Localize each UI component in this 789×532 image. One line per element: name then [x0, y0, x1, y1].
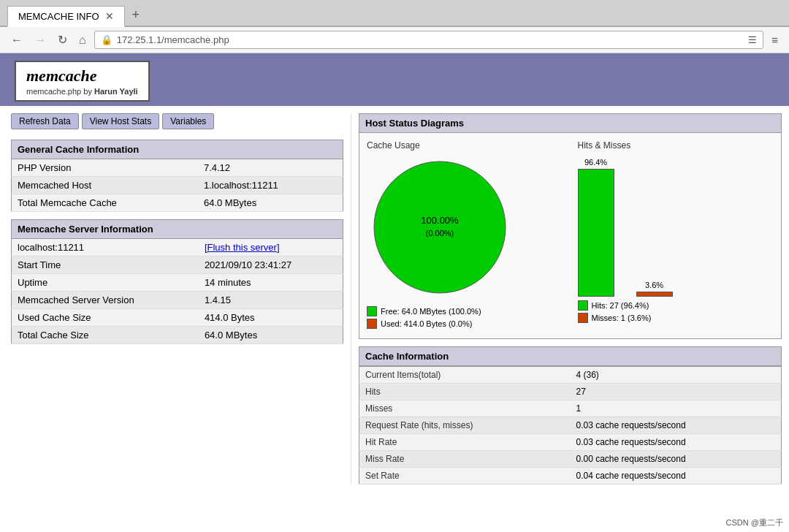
- back-button[interactable]: ←: [7, 32, 26, 48]
- hits-misses-block: Hits & Misses 96.4% 3.6%: [578, 140, 774, 331]
- general-cache-table: General Cache Information PHP Version7.4…: [11, 140, 343, 212]
- hits-legend-color: [578, 300, 588, 311]
- table-row: Misses1: [359, 400, 782, 417]
- reader-icon: ☰: [748, 34, 757, 45]
- free-legend: Free: 64.0 MBytes (100.0%): [367, 306, 481, 316]
- row-label: Set Rate: [359, 468, 571, 484]
- logo-box: memcache memcache.php by Harun Yayli: [15, 61, 150, 102]
- logo-text: memcache: [26, 66, 138, 86]
- refresh-data-button[interactable]: Refresh Data: [11, 113, 79, 129]
- forward-button[interactable]: →: [31, 32, 50, 48]
- hits-legend-text: Hits: 27 (96.4%): [592, 301, 649, 310]
- cache-usage-pie: 100.00% (0.00%): [367, 154, 513, 300]
- row-label: Hit Rate: [359, 434, 571, 451]
- table-row: Memcached Host1.localhost:11211: [12, 177, 343, 194]
- address-bar[interactable]: 🔒 172.25.1.1/memcache.php ☰: [94, 31, 764, 49]
- table-row: PHP Version7.4.12: [12, 159, 343, 177]
- row-label: Memcached Host: [12, 177, 198, 194]
- server-info-table: Memcache Server Information localhost:11…: [11, 219, 343, 344]
- svg-text:(0.00%): (0.00%): [426, 229, 454, 238]
- hits-pct-label: 96.4%: [584, 158, 607, 167]
- row-label: Start Time: [12, 256, 199, 274]
- table-row: Request Rate (hits, misses)0.03 cache re…: [359, 417, 782, 434]
- table-row: Uptime14 minutes: [12, 274, 343, 292]
- row-value: 0.00 cache requests/second: [571, 451, 782, 468]
- reload-button[interactable]: ↻: [54, 31, 71, 48]
- page-header: memcache memcache.php by Harun Yayli: [0, 53, 789, 106]
- button-bar: Refresh Data View Host Stats Variables: [11, 113, 343, 129]
- home-button[interactable]: ⌂: [75, 32, 90, 48]
- misses-legend-text: Misses: 1 (3.6%): [592, 314, 652, 322]
- active-tab[interactable]: MEMCACHE INFO ✕: [7, 6, 125, 27]
- secure-icon: 🔒: [101, 34, 113, 45]
- row-value: 4 (36): [571, 367, 782, 384]
- tab-close-button[interactable]: ✕: [105, 10, 114, 22]
- left-panel: Refresh Data View Host Stats Variables G…: [0, 113, 351, 484]
- row-value: 414.0 Bytes: [199, 309, 343, 327]
- svg-text:100.00%: 100.00%: [421, 215, 459, 226]
- server-name: localhost:11211: [12, 239, 199, 256]
- row-value: 1.4.15: [199, 292, 343, 309]
- misses-bar-col: 3.6%: [636, 281, 673, 297]
- misses-bar: [636, 292, 673, 297]
- row-label: PHP Version: [12, 159, 198, 177]
- misses-bar-legend: Misses: 1 (3.6%): [578, 313, 652, 323]
- row-label: Request Rate (hits, misses): [359, 417, 571, 434]
- row-label: Total Memcache Cache: [12, 194, 198, 212]
- bar-chart-area: 96.4% 3.6%: [578, 154, 673, 300]
- table-row: Memcached Server Version1.4.15: [12, 292, 343, 309]
- hits-bar: [578, 169, 614, 297]
- row-label: Current Items(total): [359, 367, 571, 384]
- url-text: 172.25.1.1/memcache.php: [117, 34, 229, 45]
- used-color: [367, 319, 377, 329]
- row-value: 0.03 cache requests/second: [571, 434, 782, 451]
- right-panel: Host Status Diagrams Cache Usage 100.00%…: [351, 113, 789, 484]
- cache-usage-label: Cache Usage: [367, 140, 563, 151]
- table-row: Total Cache Size64.0 MBytes: [12, 327, 343, 344]
- hits-misses-label: Hits & Misses: [578, 140, 774, 151]
- row-value: 7.4.12: [198, 159, 343, 177]
- used-legend-text: Used: 414.0 Bytes (0.0%): [381, 319, 472, 328]
- view-host-stats-button[interactable]: View Host Stats: [82, 113, 159, 129]
- table-row: Set Rate0.04 cache requests/second: [359, 468, 782, 484]
- table-row: Used Cache Size414.0 Bytes: [12, 309, 343, 327]
- general-cache-title: General Cache Information: [12, 140, 343, 159]
- server-info-title: Memcache Server Information: [12, 220, 343, 239]
- pie-container: 100.00% (0.00%) Free: 64.0 MBytes (100.0…: [367, 154, 563, 331]
- main-content: Refresh Data View Host Stats Variables G…: [0, 106, 789, 492]
- table-row: Miss Rate0.00 cache requests/second: [359, 451, 782, 468]
- host-status-title: Host Status Diagrams: [359, 113, 782, 133]
- flush-link[interactable]: Flush this server: [199, 239, 343, 256]
- tab-label: MEMCACHE INFO: [18, 11, 99, 22]
- row-value: 2021/09/10 23:41:27: [199, 256, 343, 274]
- table-row: Hit Rate0.03 cache requests/second: [359, 434, 782, 451]
- row-value: 27: [571, 384, 782, 400]
- menu-button[interactable]: ≡: [768, 32, 782, 48]
- bar-container: 96.4% 3.6% Hits: 27 (96.4%): [578, 154, 774, 325]
- row-value: 1: [571, 400, 782, 417]
- row-label: Hits: [359, 384, 571, 400]
- row-value: 1.localhost:11211: [198, 177, 343, 194]
- misses-pct-label: 3.6%: [645, 281, 663, 289]
- row-label: Miss Rate: [359, 451, 571, 468]
- row-value: 64.0 MBytes: [198, 194, 343, 212]
- free-legend-text: Free: 64.0 MBytes (100.0%): [381, 307, 481, 316]
- logo-subtitle: memcache.php by Harun Yayli: [26, 87, 138, 96]
- misses-legend-color: [578, 313, 588, 323]
- table-row: Start Time2021/09/10 23:41:27: [12, 256, 343, 274]
- row-value: 0.03 cache requests/second: [571, 417, 782, 434]
- cache-info-section: Cache Information Current Items(total)4 …: [359, 346, 782, 484]
- used-legend: Used: 414.0 Bytes (0.0%): [367, 319, 472, 329]
- row-label: Uptime: [12, 274, 199, 292]
- navigation-bar: ← → ↻ ⌂ 🔒 172.25.1.1/memcache.php ☰ ≡: [0, 27, 789, 53]
- new-tab-button[interactable]: +: [125, 4, 148, 26]
- diagrams-row: Cache Usage 100.00% (0.00%) Free: 64.0 M…: [359, 133, 782, 339]
- variables-button[interactable]: Variables: [162, 113, 214, 129]
- row-value: 64.0 MBytes: [199, 327, 343, 344]
- table-row: Total Memcache Cache64.0 MBytes: [12, 194, 343, 212]
- tab-bar: MEMCACHE INFO ✕ +: [0, 0, 789, 27]
- row-label: Memcached Server Version: [12, 292, 199, 309]
- row-label: Misses: [359, 400, 571, 417]
- table-row: localhost:11211Flush this server: [12, 239, 343, 256]
- table-row: Current Items(total)4 (36): [359, 367, 782, 384]
